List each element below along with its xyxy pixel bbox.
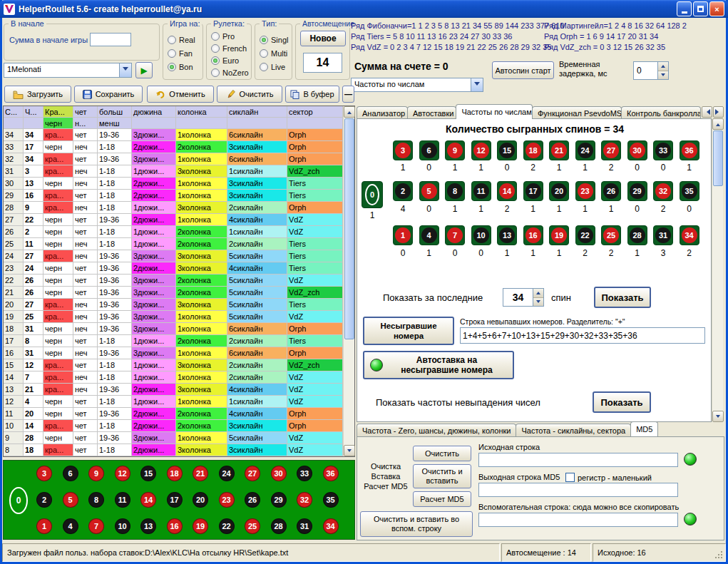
- board-number[interactable]: 30: [271, 466, 287, 481]
- table-row[interactable]: 818кра...чет1-182дюжи...3колонка3сиклайн…: [4, 444, 343, 456]
- table-row[interactable]: 1925кра...неч19-363дюжи...1колонка5сикла…: [4, 311, 343, 323]
- freq-number-tile[interactable]: 11: [471, 181, 491, 201]
- freq-number-tile[interactable]: 13: [497, 225, 517, 245]
- board-number[interactable]: 35: [323, 492, 339, 508]
- to-buffer-button[interactable]: В буфер: [285, 86, 339, 103]
- bottom-tab-2[interactable]: MD5: [630, 421, 658, 436]
- radio-option-nozero[interactable]: NoZero: [211, 66, 249, 78]
- board-number[interactable]: 23: [219, 492, 235, 508]
- freq-number-tile[interactable]: 4: [419, 225, 439, 245]
- freq-number-tile[interactable]: 22: [575, 225, 595, 245]
- start-sum-input[interactable]: [90, 33, 131, 46]
- lowercase-checkbox[interactable]: [565, 473, 575, 482]
- spin-down-button[interactable]: [658, 71, 668, 80]
- freq-number-tile[interactable]: 36: [680, 140, 699, 160]
- table-row[interactable]: 2027кра...неч19-363дюжи...3колонка5сикла…: [4, 299, 343, 311]
- freq-number-tile[interactable]: 9: [445, 140, 465, 160]
- board-number[interactable]: 28: [271, 518, 287, 534]
- table-row[interactable]: 2722чернчет19-362дюжи...1колонка4сиклайн…: [4, 214, 343, 226]
- spin-down-button[interactable]: [533, 298, 543, 307]
- scroll-thumb[interactable]: [344, 118, 354, 339]
- play-button[interactable]: ▶: [135, 62, 153, 78]
- table-row[interactable]: 3317черннеч1-182дюжи...2колонка3сиклайнO…: [4, 141, 343, 153]
- board-number[interactable]: 36: [323, 466, 339, 481]
- freq-number-tile[interactable]: 10: [471, 225, 491, 245]
- board-number[interactable]: 6: [63, 466, 78, 481]
- green-led-button[interactable]: [684, 513, 697, 525]
- table-row[interactable]: 1120чернчет19-362дюжи...2колонка4сиклайн…: [4, 408, 343, 420]
- scroll-up-button[interactable]: [712, 118, 724, 130]
- scroll-up-button[interactable]: [344, 106, 355, 118]
- autobet-not-played-button[interactable]: Автоставка на несыгравшие номера: [363, 351, 514, 379]
- freq-number-tile[interactable]: 32: [653, 181, 673, 201]
- freq-number-tile[interactable]: 16: [523, 225, 543, 245]
- table-row[interactable]: 178чернчет1-181дюжи...2колонка2сиклайнTi…: [4, 335, 343, 347]
- board-number[interactable]: 15: [140, 466, 156, 481]
- table-row[interactable]: 2511черннеч1-181дюжи...2колонка2сиклайнT…: [4, 238, 343, 250]
- freq-number-tile[interactable]: 19: [549, 225, 569, 245]
- table-row[interactable]: 289кра...неч1-181дюжи...3колонка2сиклайн…: [4, 202, 343, 214]
- new-offset-button[interactable]: Новое: [300, 31, 346, 46]
- md5-aux-input[interactable]: [478, 513, 678, 527]
- load-button[interactable]: Загрузить: [4, 86, 71, 103]
- autospin-start-button[interactable]: Автоспин старт: [492, 61, 554, 79]
- preset-combobox[interactable]: 1Melonati: [4, 63, 132, 78]
- freq-number-tile[interactable]: 25: [601, 225, 621, 245]
- table-row[interactable]: 1512кра...чет1-181дюжи...3колонка2сиклай…: [4, 359, 343, 371]
- show-last-spinner[interactable]: 34: [503, 288, 544, 307]
- radio-option-bon[interactable]: Bon: [168, 60, 195, 73]
- minimize-button[interactable]: [677, 1, 692, 16]
- freq-number-tile[interactable]: 34: [680, 225, 699, 245]
- board-number[interactable]: 11: [115, 492, 130, 508]
- table-row[interactable]: 1631черннеч19-363дюжи...1колонка6сиклайн…: [4, 347, 343, 359]
- board-number[interactable]: 13: [140, 518, 156, 534]
- delay-spinner[interactable]: 0: [633, 61, 669, 80]
- freq-number-tile[interactable]: 5: [419, 181, 439, 201]
- board-number[interactable]: 18: [167, 466, 183, 481]
- board-number[interactable]: 9: [88, 466, 104, 481]
- spin-up-button[interactable]: [658, 62, 668, 71]
- table-row[interactable]: 124чернчет1-181дюжи...1колонка1сиклайнVd…: [4, 396, 343, 408]
- md5-calc-button[interactable]: Расчет MD5: [413, 491, 471, 507]
- freq-number-tile[interactable]: 2: [393, 181, 413, 201]
- main-tab-4[interactable]: Контроль банкролла: [621, 106, 701, 119]
- table-row[interactable]: 3234кра...чет19-363дюжи...1колонка6сикла…: [4, 153, 343, 165]
- undo-button[interactable]: Отменить: [147, 86, 214, 103]
- freq-number-tile[interactable]: 6: [419, 140, 439, 160]
- tab-scroll-right-button[interactable]: [713, 106, 724, 118]
- board-number[interactable]: 14: [140, 492, 156, 508]
- close-button[interactable]: ×: [709, 1, 724, 16]
- board-number[interactable]: 4: [63, 518, 78, 534]
- not-played-input[interactable]: [460, 327, 705, 344]
- radio-option-french[interactable]: French: [211, 42, 249, 54]
- board-number[interactable]: 26: [245, 492, 260, 508]
- freq-number-tile[interactable]: 35: [680, 181, 699, 201]
- main-tab-0[interactable]: Анализатор: [357, 106, 408, 119]
- radio-option-fan[interactable]: Fan: [168, 46, 195, 60]
- board-number[interactable]: 7: [88, 518, 104, 534]
- radio-option-euro[interactable]: Euro: [211, 54, 249, 66]
- board-number[interactable]: 10: [115, 518, 130, 534]
- board-number[interactable]: 22: [219, 518, 235, 534]
- board-number[interactable]: 25: [245, 518, 260, 534]
- green-led-button[interactable]: [684, 453, 697, 466]
- freq-number-tile[interactable]: 26: [601, 181, 621, 201]
- scroll-down-button[interactable]: [712, 411, 724, 422]
- title-bar[interactable]: HelperRoullet 5.6- create helperroullet@…: [0, 0, 728, 18]
- freq-number-tile[interactable]: 3: [393, 140, 413, 160]
- scroll-thumb[interactable]: [713, 130, 723, 186]
- board-number[interactable]: 16: [167, 518, 183, 534]
- board-number[interactable]: 20: [193, 492, 208, 508]
- bottom-tab-0[interactable]: Частота - Zero, шансы, дюжины, колонки: [357, 424, 516, 436]
- freq-number-tile[interactable]: 20: [549, 181, 569, 201]
- freq-number-tile[interactable]: 17: [523, 181, 543, 201]
- board-number[interactable]: 3: [36, 466, 52, 481]
- md5-clear-paste-aux-button[interactable]: Очистить и вставить во вспом. строку: [360, 511, 473, 537]
- freq-number-tile[interactable]: 27: [601, 140, 621, 160]
- board-number[interactable]: 34: [323, 518, 339, 534]
- freq-missing-button[interactable]: Показать: [593, 391, 651, 413]
- board-number[interactable]: 24: [219, 466, 235, 481]
- table-row[interactable]: 2226чернчет19-363дюжи...2колонка5сиклайн…: [4, 275, 343, 287]
- radio-option-pro[interactable]: Pro: [211, 30, 249, 42]
- board-number[interactable]: 1: [36, 518, 52, 534]
